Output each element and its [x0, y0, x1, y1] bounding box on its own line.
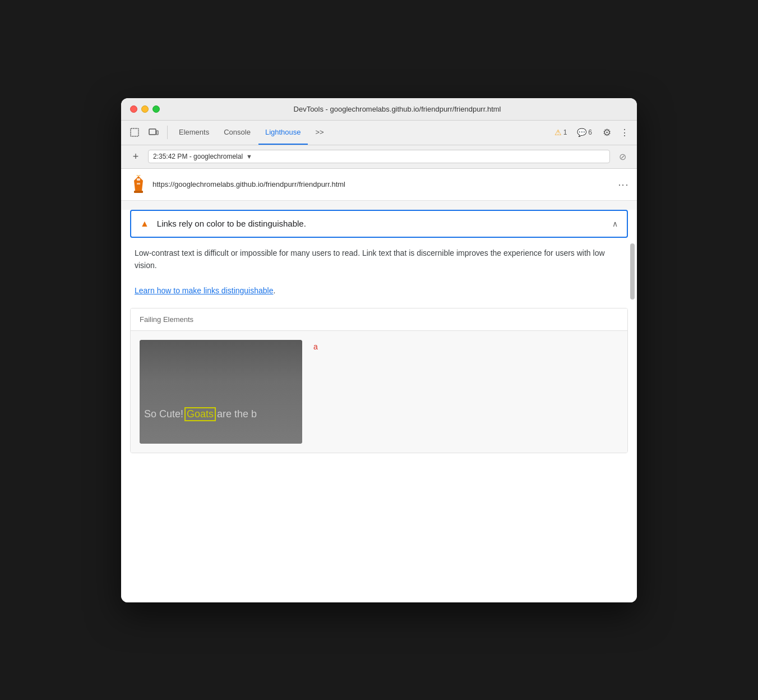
warning-icon: ⚠ — [554, 128, 562, 137]
url-bar-row: + 2:35:42 PM - googlechromelal ▼ ⊘ — [121, 145, 637, 169]
warning-badge[interactable]: ⚠ 1 — [550, 126, 572, 139]
audit-header[interactable]: ▲ Links rely on color to be distinguisha… — [131, 211, 627, 237]
failing-elements-section: Failing Elements So Cute! Goats are the … — [130, 308, 628, 453]
collapse-button[interactable]: ∧ — [612, 219, 618, 228]
audit-description: Low-contrast text is difficult or imposs… — [121, 238, 637, 308]
audit-title: Links rely on color to be distinguishabl… — [157, 219, 604, 228]
failing-elements-body: So Cute! Goats are the b a — [131, 331, 627, 453]
svg-rect-6 — [134, 191, 143, 193]
warning-count: 1 — [563, 128, 567, 136]
lighthouse-url-text: https://googlechromelabs.github.io/frien… — [152, 180, 613, 188]
main-content: ▲ Links rely on color to be distinguisha… — [121, 210, 637, 602]
url-bar-text: 2:35:42 PM - googlechromelal — [153, 153, 243, 160]
traffic-lights — [130, 105, 160, 113]
responsive-icon[interactable] — [145, 123, 163, 141]
learn-more-link[interactable]: Learn how to make links distinguishable — [135, 286, 273, 295]
element-screenshot: So Cute! Goats are the b — [140, 340, 302, 444]
url-dropdown-arrow[interactable]: ▼ — [246, 153, 252, 160]
tab-elements[interactable]: Elements — [172, 120, 216, 145]
inspect-icon[interactable] — [126, 123, 144, 141]
svg-rect-5 — [137, 183, 140, 185]
svg-rect-0 — [131, 128, 138, 136]
screenshot-text-after: are the b — [217, 408, 257, 420]
audit-warning-icon: ▲ — [140, 219, 149, 229]
add-button[interactable]: + — [128, 149, 144, 164]
toolbar-divider — [167, 126, 168, 139]
settings-button[interactable]: ⚙ — [598, 123, 616, 141]
message-icon: 💬 — [577, 128, 586, 137]
screenshot-text-before: So Cute! — [144, 408, 183, 420]
screenshot-highlighted-text: Goats — [184, 407, 216, 421]
tab-lighthouse[interactable]: Lighthouse — [258, 120, 308, 145]
screenshot-background — [140, 340, 302, 444]
screenshot-text-row: So Cute! Goats are the b — [140, 402, 302, 427]
more-options-button[interactable]: ⋮ — [617, 125, 632, 140]
devtools-window: DevTools - googlechromelabs.github.io/fr… — [121, 98, 637, 602]
lighthouse-more-button[interactable]: ⋮ — [617, 179, 630, 189]
url-input[interactable]: 2:35:42 PM - googlechromelal ▼ — [148, 150, 610, 163]
message-badge[interactable]: 💬 6 — [572, 126, 597, 139]
lighthouse-icon — [130, 174, 147, 195]
svg-line-7 — [135, 175, 138, 176]
svg-rect-1 — [149, 129, 156, 135]
audit-item: ▲ Links rely on color to be distinguisha… — [130, 210, 628, 238]
more-tabs-button[interactable]: >> — [309, 120, 331, 145]
devtools-toolbar: Elements Console Lighthouse >> ⚠ 1 💬 6 ⚙… — [121, 121, 637, 145]
minimize-button[interactable] — [141, 105, 149, 113]
message-count: 6 — [588, 128, 592, 136]
svg-rect-2 — [156, 131, 158, 135]
element-label: a — [313, 340, 318, 351]
tab-console[interactable]: Console — [217, 120, 257, 145]
failing-elements-header: Failing Elements — [131, 308, 627, 331]
cancel-button[interactable]: ⊘ — [614, 149, 630, 164]
window-title: DevTools - googlechromelabs.github.io/fr… — [167, 105, 628, 113]
svg-line-8 — [138, 175, 142, 176]
scrollbar[interactable] — [630, 243, 635, 300]
svg-rect-4 — [137, 178, 140, 181]
maximize-button[interactable] — [152, 105, 160, 113]
close-button[interactable] — [130, 105, 137, 113]
lighthouse-url-bar: https://googlechromelabs.github.io/frien… — [121, 169, 637, 201]
title-bar: DevTools - googlechromelabs.github.io/fr… — [121, 98, 637, 121]
